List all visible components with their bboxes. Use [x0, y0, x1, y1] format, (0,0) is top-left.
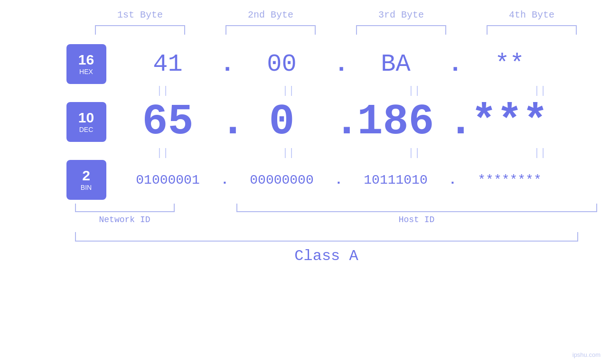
sep2-b1: || [111, 147, 215, 159]
dec-base-number: 10 [78, 111, 94, 125]
bin-dot1: . [220, 173, 230, 187]
main-container: 1st Byte 2nd Byte 3rd Byte 4th Byte 16 H… [0, 0, 610, 364]
bracket-byte4 [487, 25, 577, 35]
byte3-header: 3rd Byte [344, 9, 458, 20]
class-label: Class A [75, 247, 578, 265]
byte4-header: 4th Byte [475, 9, 589, 20]
bin-base-label: BIN [81, 184, 92, 191]
byte-headers: 1st Byte 2nd Byte 3rd Byte 4th Byte [75, 9, 597, 20]
bin-dot2: . [334, 173, 344, 187]
hex-byte3: BA [344, 50, 448, 78]
hex-values: 41 . 00 . BA . ** [111, 50, 567, 78]
byte2-header: 2nd Byte [214, 9, 328, 20]
dec-byte2: 0 [230, 98, 334, 146]
hex-byte4: ** [458, 50, 562, 78]
bracket-byte2 [225, 25, 316, 35]
bin-badge: 2 BIN [66, 160, 106, 200]
sep-row-2: || || || || [100, 147, 603, 159]
dec-badge: 10 DEC [66, 102, 106, 142]
bin-base-number: 2 [82, 168, 90, 183]
hex-row: 16 HEX 41 . 00 . BA . ** [44, 44, 567, 84]
bin-byte1: 01000001 [116, 173, 220, 187]
hex-base-number: 16 [78, 53, 94, 67]
sep1-b2: || [236, 85, 341, 97]
dec-values: 65 . 0 . 186 . *** [111, 98, 567, 146]
hex-base-label: HEX [79, 68, 93, 75]
hex-dot1: . [220, 50, 230, 78]
dec-dot1: . [220, 98, 230, 146]
bin-byte4: ******** [458, 173, 562, 187]
host-bracket [236, 204, 597, 212]
network-bracket [75, 204, 175, 212]
host-id-label: Host ID [236, 215, 597, 224]
sep2-b2: || [236, 147, 341, 159]
dec-byte1: 65 [116, 98, 220, 146]
byte1-header: 1st Byte [83, 9, 197, 20]
sep1-b3: || [362, 85, 467, 97]
dec-base-label: DEC [79, 126, 94, 133]
id-labels: Network ID Host ID [75, 215, 597, 224]
watermark: ipshu.com [572, 351, 601, 358]
bracket-byte3 [356, 25, 446, 35]
sep-row-1: || || || || [100, 85, 603, 97]
sep1-b1: || [111, 85, 215, 97]
bin-values: 01000001 . 00000000 . 10111010 . *******… [111, 173, 567, 187]
dec-row: 10 DEC 65 . 0 . 186 . *** [44, 98, 567, 146]
bottom-section: Network ID Host ID Class A [75, 204, 597, 265]
hex-badge: 16 HEX [66, 44, 106, 84]
bin-byte2: 00000000 [230, 173, 334, 187]
network-id-label: Network ID [75, 215, 175, 224]
sep2-b3: || [362, 147, 467, 159]
sep2-b4: || [488, 147, 592, 159]
dec-byte3: 186 [344, 98, 448, 146]
big-bottom-bracket [75, 232, 578, 242]
top-brackets [75, 25, 597, 35]
bin-byte3: 10111010 [344, 173, 448, 187]
bracket-byte1 [95, 25, 185, 35]
bin-row: 2 BIN 01000001 . 00000000 . 10111010 . *… [44, 160, 567, 200]
dec-dot3: . [448, 98, 458, 146]
hex-dot3: . [448, 50, 458, 78]
bottom-brackets [75, 204, 597, 212]
hex-byte1: 41 [116, 50, 220, 78]
hex-byte2: 00 [230, 50, 334, 78]
dec-byte4: *** [458, 98, 562, 146]
sep1-b4: || [488, 85, 592, 97]
bin-dot3: . [448, 173, 458, 187]
hex-dot2: . [334, 50, 344, 78]
dec-dot2: . [334, 98, 344, 146]
